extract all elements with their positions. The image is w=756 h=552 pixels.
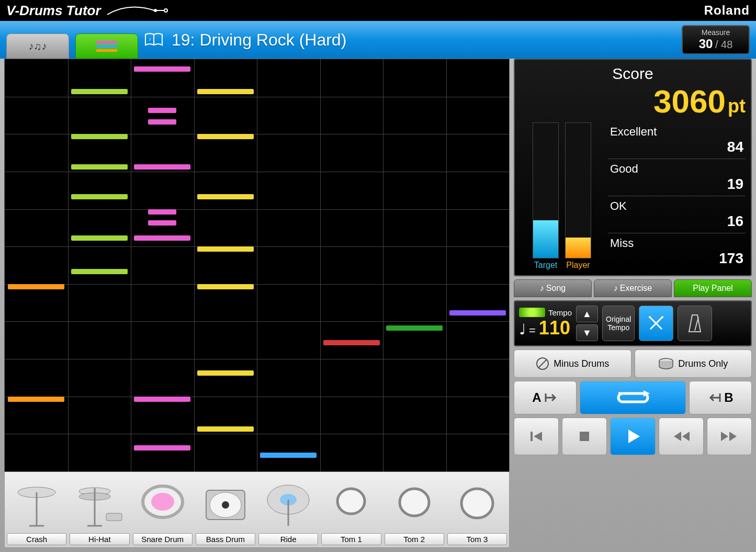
note-marker (71, 235, 128, 241)
player-meter-label: Player (566, 261, 590, 270)
note-marker (197, 134, 254, 139)
svg-line-31 (538, 359, 547, 368)
measure-label: Measure (689, 28, 742, 37)
note-marker (197, 194, 254, 199)
drum-label: Tom 1 (321, 533, 381, 545)
stat-value: 16 (610, 213, 743, 230)
drums-only-button[interactable]: Drums Only (635, 350, 752, 378)
rewind-button[interactable] (659, 418, 704, 455)
tab-play-panel[interactable]: Play Panel (674, 279, 752, 297)
titlebar: V-Drums Tutor Roland (0, 0, 756, 21)
drum-lane-ride[interactable]: Ride (258, 475, 318, 545)
note-marker (134, 66, 190, 72)
drum-label: Tom 3 (447, 533, 507, 545)
original-tempo-button[interactable]: Original Tempo (602, 306, 635, 341)
b-point-button[interactable]: B (689, 381, 752, 414)
loop-icon (612, 388, 654, 407)
note-marker (8, 397, 64, 402)
note-marker (134, 235, 190, 241)
tempo-equals: = (529, 324, 536, 337)
header-bar: ♪♫♪ ♪ 19: Driving Rock (Hard) Measure 30… (0, 21, 756, 59)
drum-label: Tom 2 (385, 533, 444, 545)
drum-lane-tom-2[interactable]: Tom 2 (385, 475, 444, 545)
note-marker (71, 269, 128, 274)
drum-lane-tom-3[interactable]: Tom 3 (447, 475, 507, 545)
a-point-button[interactable]: A (514, 381, 577, 414)
note-marker (449, 310, 506, 316)
tab-notation-view[interactable]: ♪♫♪ (6, 33, 69, 59)
measure-total: 48 (721, 39, 732, 50)
a-marker-icon (544, 392, 558, 403)
stat-row-ok: OK16 (608, 196, 746, 233)
metronome-button[interactable] (678, 306, 712, 341)
tom-3-icon (447, 475, 507, 533)
play-icon (624, 427, 642, 445)
note-marker (197, 426, 254, 432)
stat-label: OK (610, 199, 743, 213)
drum-label: Ride (258, 533, 318, 545)
tom-1-icon (321, 475, 381, 533)
drum-lane-tom-1[interactable]: Tom 1 (321, 475, 381, 545)
note-marker (386, 325, 443, 331)
svg-line-29 (695, 317, 698, 331)
quarter-note-icon: ♩ (519, 321, 526, 338)
svg-point-28 (661, 316, 663, 318)
svg-text:♪: ♪ (149, 36, 151, 42)
svg-point-27 (649, 316, 651, 318)
drum-kit-row: CrashHi-HatSnare DrumBass DrumRideTom 1T… (4, 472, 510, 548)
tempo-down-button[interactable]: ▼ (576, 324, 598, 341)
bars-icon (96, 41, 117, 52)
fast-forward-icon (720, 430, 739, 443)
tab-game-view[interactable] (75, 33, 138, 59)
snare-drum-icon (133, 475, 193, 533)
stat-label: Excellent (610, 125, 743, 139)
tempo-up-button[interactable]: ▲ (576, 306, 598, 322)
loop-button[interactable] (580, 381, 686, 414)
score-panel: Score 3060pt Target Player (514, 59, 752, 276)
svg-point-14 (151, 493, 174, 511)
note-marker (71, 89, 128, 94)
stat-row-miss: Miss173 (608, 233, 746, 270)
song-title-area[interactable]: ♪ 19: Driving Rock (Hard) (144, 30, 675, 50)
tab-exercise[interactable]: ♪ Exercise (594, 279, 672, 297)
note-marker (260, 453, 317, 458)
skip-back-button[interactable] (514, 418, 559, 455)
no-drum-icon (536, 357, 549, 370)
note-marker (71, 134, 128, 139)
drum-label: Crash (7, 533, 66, 545)
stat-value: 19 (610, 176, 743, 193)
svg-point-24 (461, 489, 493, 518)
target-meter-label: Target (534, 261, 557, 270)
sticks-button[interactable] (639, 306, 673, 341)
stat-row-excellent: Excellent84 (608, 122, 746, 159)
stat-row-good: Good19 (608, 159, 746, 196)
drum-label: Bass Drum (196, 533, 255, 545)
level-meters: Target Player (520, 122, 604, 270)
minus-drums-button[interactable]: Minus Drums (514, 350, 631, 378)
bass-drum-icon (196, 475, 255, 533)
note-marker (197, 246, 254, 252)
note-marker (323, 340, 380, 345)
drum-lane-snare-drum[interactable]: Snare Drum (133, 475, 193, 545)
score-unit: pt (728, 95, 746, 117)
fast-forward-button[interactable] (707, 418, 752, 455)
measure-separator: / (715, 39, 721, 50)
note-marker (197, 284, 254, 289)
tab-song[interactable]: ♪ Song (514, 279, 592, 297)
score-title: Score (520, 65, 746, 83)
svg-point-2 (164, 9, 167, 12)
play-button[interactable] (610, 418, 655, 455)
drum-label: Snare Drum (133, 533, 193, 545)
ride-icon (258, 475, 318, 533)
drum-lane-bass-drum[interactable]: Bass Drum (196, 475, 255, 545)
tempo-label: Tempo (548, 308, 572, 317)
svg-rect-36 (580, 432, 589, 441)
stop-button[interactable] (562, 418, 607, 455)
drum-lane-hi-hat[interactable]: Hi-Hat (70, 475, 129, 545)
note-falling-grid (4, 59, 510, 472)
swoosh-icon (107, 5, 170, 16)
tempo-value: 110 (539, 317, 570, 339)
hi-hat-icon (70, 475, 129, 533)
drum-lane-crash[interactable]: Crash (7, 475, 66, 545)
stat-label: Miss (610, 236, 743, 250)
